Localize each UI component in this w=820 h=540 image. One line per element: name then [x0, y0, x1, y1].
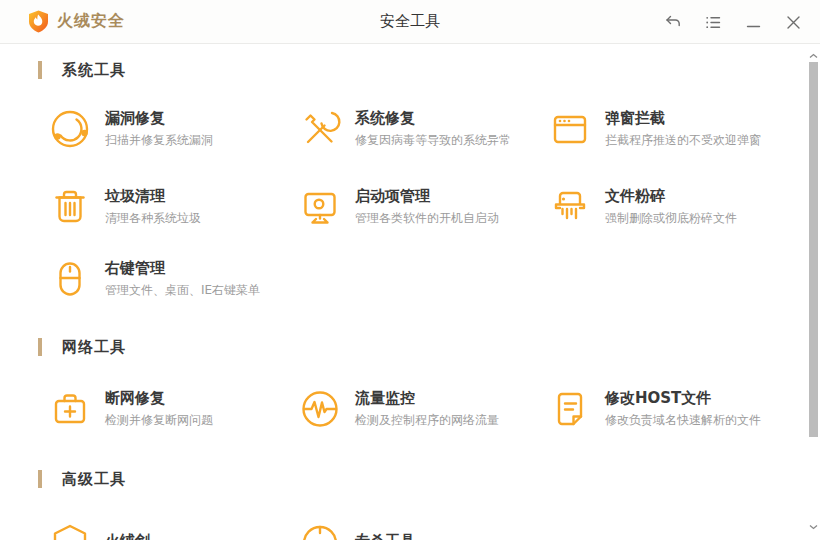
- tool-title: 启动项管理: [355, 187, 499, 206]
- menu-list-icon[interactable]: [704, 13, 722, 31]
- section-title: 网络工具: [62, 338, 126, 357]
- tool-item-vulnerability-fix[interactable]: 漏洞修复 扫描并修复系统漏洞: [48, 105, 298, 153]
- section-accent-bar: [38, 338, 42, 356]
- network-repair-icon: [48, 387, 92, 431]
- section-header-advanced: 高级工具: [38, 469, 820, 489]
- tool-item-startup-manager[interactable]: 启动项管理 管理各类软件的开机自启动: [298, 183, 548, 231]
- tool-title: 断网修复: [105, 389, 213, 408]
- scroll-up-icon[interactable]: [808, 51, 819, 61]
- tool-title: 垃圾清理: [105, 187, 201, 206]
- app-brand: 火绒安全: [28, 10, 125, 33]
- startup-manager-icon: [298, 185, 342, 229]
- context-menu-icon: [48, 257, 92, 301]
- traffic-monitor-icon: [298, 387, 342, 431]
- sword-icon: [48, 519, 92, 540]
- tool-item-popup-block[interactable]: 弹窗拦截 拦截程序推送的不受欢迎弹窗: [548, 105, 798, 153]
- tool-item-system-repair[interactable]: 系统修复 修复因病毒等导致的系统异常: [298, 105, 548, 153]
- tool-item-network-repair[interactable]: 断网修复 检测并修复断网问题: [48, 385, 298, 433]
- tool-title: 文件粉碎: [605, 187, 737, 206]
- tool-desc: 管理各类软件的开机自启动: [355, 210, 499, 227]
- tool-item-traffic-monitor[interactable]: 流量监控 检测及控制程序的网络流量: [298, 385, 548, 433]
- tool-desc: 扫描并修复系统漏洞: [105, 132, 213, 149]
- tool-title: 系统修复: [355, 109, 511, 128]
- tool-title: 流量监控: [355, 389, 499, 408]
- scrollbar[interactable]: [807, 44, 820, 540]
- section-accent-bar: [38, 61, 42, 79]
- huorong-shield-logo-icon: [28, 10, 49, 33]
- tools-page: 系统工具 漏洞修复 扫描并修复系统漏洞: [0, 44, 820, 540]
- tool-item-junk-clean[interactable]: 垃圾清理 清理各种系统垃圾: [48, 183, 298, 231]
- tool-title: 修改HOST文件: [605, 389, 761, 408]
- scroll-down-icon[interactable]: [808, 522, 819, 532]
- close-icon[interactable]: [784, 13, 802, 31]
- app-name: 火绒安全: [57, 11, 125, 32]
- popup-block-icon: [548, 107, 592, 151]
- section-header-network: 网络工具: [38, 337, 820, 357]
- tool-desc: 检测及控制程序的网络流量: [355, 412, 499, 429]
- tool-desc: 修改负责域名快速解析的文件: [605, 412, 761, 429]
- scrollbar-thumb[interactable]: [809, 62, 818, 437]
- tool-title: 专杀工具: [355, 532, 415, 540]
- file-shredder-icon: [548, 185, 592, 229]
- tool-desc: 拦截程序推送的不受欢迎弹窗: [605, 132, 761, 149]
- tool-desc: 管理文件、桌面、IE右键菜单: [105, 282, 260, 299]
- tool-desc: 清理各种系统垃圾: [105, 210, 201, 227]
- section-header-system: 系统工具: [38, 60, 820, 80]
- tool-title: 漏洞修复: [105, 109, 213, 128]
- section-title: 高级工具: [62, 470, 126, 489]
- tool-title: 右键管理: [105, 259, 260, 278]
- tool-title: 火绒剑: [105, 532, 150, 540]
- titlebar-actions: [664, 0, 802, 44]
- tool-desc: 检测并修复断网问题: [105, 412, 213, 429]
- tool-item-host-file[interactable]: 修改HOST文件 修改负责域名快速解析的文件: [548, 385, 798, 433]
- tool-title: 弹窗拦截: [605, 109, 761, 128]
- tool-item-killer-tool[interactable]: 专杀工具: [298, 517, 548, 540]
- minimize-icon[interactable]: [744, 13, 762, 31]
- tool-desc: 修复因病毒等导致的系统异常: [355, 132, 511, 149]
- killer-tool-icon: [298, 519, 342, 540]
- undo-icon[interactable]: [664, 13, 682, 31]
- tool-item-sword[interactable]: 火绒剑: [48, 517, 298, 540]
- vulnerability-fix-icon: [48, 107, 92, 151]
- junk-clean-icon: [48, 185, 92, 229]
- section-accent-bar: [38, 470, 42, 488]
- section-title: 系统工具: [62, 61, 126, 80]
- tool-item-context-menu[interactable]: 右键管理 管理文件、桌面、IE右键菜单: [48, 255, 298, 303]
- tool-item-file-shredder[interactable]: 文件粉碎 强制删除或彻底粉碎文件: [548, 183, 798, 231]
- host-file-icon: [548, 387, 592, 431]
- titlebar: 火绒安全 安全工具: [0, 0, 820, 44]
- tool-desc: 强制删除或彻底粉碎文件: [605, 210, 737, 227]
- system-repair-icon: [298, 107, 342, 151]
